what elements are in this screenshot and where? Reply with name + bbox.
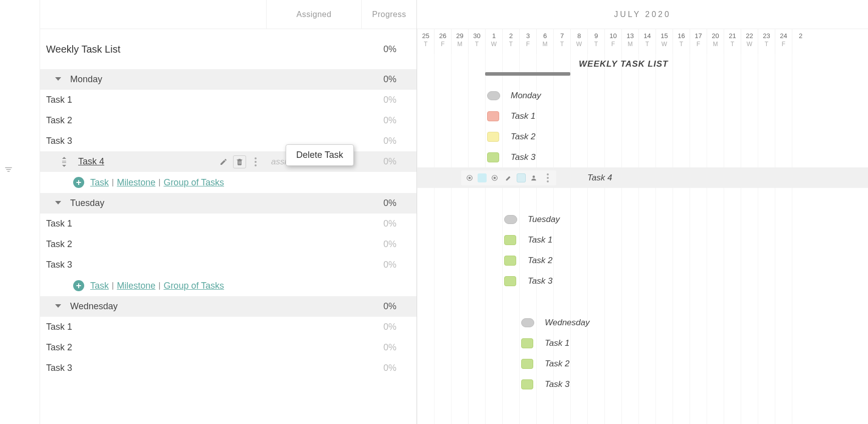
delete-task-tooltip: Delete Task xyxy=(286,144,354,166)
gantt-task-label: Task 2 xyxy=(511,132,535,142)
group-progress: 0% xyxy=(361,301,416,312)
gantt-group-marker[interactable] xyxy=(521,318,534,327)
gantt-task-label: Task 1 xyxy=(528,235,552,245)
gantt-task-bar[interactable] xyxy=(521,379,533,389)
collapse-icon[interactable] xyxy=(55,304,61,309)
day-column: 2 xyxy=(792,29,809,54)
day-column: 10F xyxy=(604,29,621,54)
toolbar-complete-icon[interactable] xyxy=(464,172,476,184)
task-name[interactable]: Task 1 xyxy=(46,95,72,105)
day-column: 16T xyxy=(673,29,690,54)
day-column: 3F xyxy=(519,29,536,54)
delete-icon[interactable] xyxy=(233,155,246,168)
group-name[interactable]: Wednesday xyxy=(70,301,118,312)
task-name[interactable]: Task 2 xyxy=(46,239,72,250)
add-task-link[interactable]: Task xyxy=(90,177,109,188)
gantt-group-label: Tuesday xyxy=(528,215,560,225)
toolbar-edit-icon[interactable] xyxy=(503,172,515,184)
add-milestone-link[interactable]: Milestone xyxy=(117,177,155,188)
gantt-panel: JULY 2020 25T26F29M30T1W2T3F6M7T8W9T10F1… xyxy=(417,0,868,424)
gantt-task-bar[interactable] xyxy=(504,235,516,245)
add-task-link[interactable]: Task xyxy=(90,281,109,291)
task-progress: 0% xyxy=(361,260,416,270)
gantt-task-bar[interactable] xyxy=(521,338,533,348)
task-name[interactable]: Task 2 xyxy=(46,115,72,126)
gantt-group-label: Wednesday xyxy=(545,318,589,328)
collapse-icon[interactable] xyxy=(55,77,61,82)
gantt-task-label: Task 1 xyxy=(545,338,569,348)
day-column: 2T xyxy=(502,29,519,54)
day-column: 29M xyxy=(451,29,468,54)
gantt-task-label: Task 3 xyxy=(545,379,569,389)
day-column: 14T xyxy=(638,29,656,54)
group-progress: 0% xyxy=(361,74,416,85)
column-header-assigned[interactable]: Assigned xyxy=(266,0,361,29)
gantt-task-label: Task 4 xyxy=(587,173,612,183)
toolbar-more-icon[interactable] xyxy=(542,172,554,184)
task-progress: 0% xyxy=(361,322,416,332)
gantt-task-bar[interactable] xyxy=(521,359,533,369)
group-name[interactable]: Monday xyxy=(70,74,102,85)
drag-handle-icon[interactable] xyxy=(60,157,68,167)
task-name[interactable]: Task 1 xyxy=(46,322,72,332)
task-name[interactable]: Task 1 xyxy=(46,219,72,229)
svg-point-1 xyxy=(469,176,471,179)
gantt-month-label: JULY 2020 xyxy=(417,0,868,29)
svg-point-4 xyxy=(533,175,535,178)
svg-point-3 xyxy=(494,176,496,179)
day-column: 25T xyxy=(417,29,434,54)
toolbar-color-icon[interactable] xyxy=(517,173,526,182)
add-group-link[interactable]: Group of Tasks xyxy=(163,281,224,291)
add-icon[interactable]: + xyxy=(73,280,84,291)
add-icon[interactable]: + xyxy=(73,177,84,188)
gantt-group-marker[interactable] xyxy=(504,215,517,224)
task-progress: 0% xyxy=(361,363,416,373)
project-title[interactable]: Weekly Task List xyxy=(46,44,120,55)
day-column: 17F xyxy=(690,29,707,54)
edit-icon[interactable] xyxy=(217,155,230,168)
day-column: 23T xyxy=(758,29,775,54)
day-column: 21T xyxy=(724,29,741,54)
toolbar-target-icon[interactable] xyxy=(489,172,501,184)
task-progress: 0% xyxy=(361,156,416,167)
day-column: 26F xyxy=(434,29,451,54)
gantt-task-label: Task 2 xyxy=(528,256,552,266)
day-column: 22W xyxy=(741,29,758,54)
day-column: 6M xyxy=(536,29,553,54)
gantt-task-label: Task 2 xyxy=(545,359,569,369)
day-column: 13M xyxy=(621,29,638,54)
gantt-task-bar[interactable] xyxy=(487,152,499,162)
gantt-task-bar[interactable] xyxy=(504,276,516,286)
column-header-progress[interactable]: Progress xyxy=(361,0,416,29)
gantt-group-marker[interactable] xyxy=(487,91,500,100)
more-icon[interactable] xyxy=(249,155,262,168)
toolbar-person-icon[interactable] xyxy=(528,172,540,184)
collapse-icon[interactable] xyxy=(55,201,61,206)
gantt-project-bar[interactable] xyxy=(485,72,570,76)
gantt-group-label: Monday xyxy=(511,91,541,101)
group-name[interactable]: Tuesday xyxy=(70,198,104,208)
day-column: 15W xyxy=(656,29,673,54)
task-progress: 0% xyxy=(361,239,416,250)
day-column: 9T xyxy=(587,29,604,54)
add-group-link[interactable]: Group of Tasks xyxy=(163,177,224,188)
project-progress: 0% xyxy=(361,44,416,55)
filter-icon[interactable] xyxy=(3,165,14,174)
task-progress: 0% xyxy=(361,219,416,229)
add-milestone-link[interactable]: Milestone xyxy=(117,281,155,291)
task-progress: 0% xyxy=(361,342,416,353)
task-name[interactable]: Task 3 xyxy=(46,260,72,270)
gantt-task-bar[interactable] xyxy=(487,111,499,121)
gantt-task-bar[interactable] xyxy=(478,173,487,182)
day-column: 24F xyxy=(775,29,792,54)
gantt-task-bar[interactable] xyxy=(504,256,516,266)
task-name[interactable]: Task 4 xyxy=(78,156,104,167)
task-name[interactable]: Task 2 xyxy=(46,342,72,353)
task-name[interactable]: Task 3 xyxy=(46,136,72,146)
day-column: 30T xyxy=(468,29,485,54)
left-gutter xyxy=(0,0,40,424)
group-progress: 0% xyxy=(361,198,416,208)
gantt-task-bar[interactable] xyxy=(487,132,499,142)
task-name[interactable]: Task 3 xyxy=(46,363,72,373)
task-list-panel: Assigned Progress Delete Task Weekly Tas… xyxy=(40,0,417,424)
